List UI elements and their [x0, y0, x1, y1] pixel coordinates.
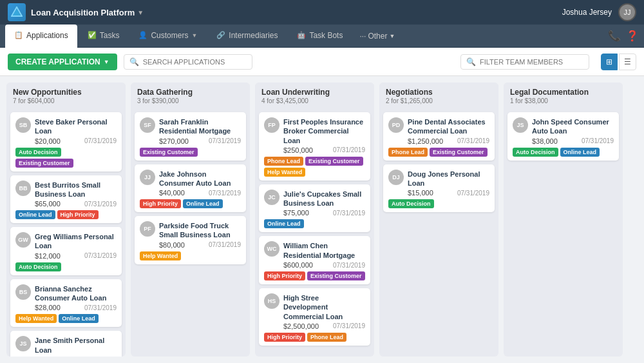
card-header: BB Best Burritos Small Business Loan $65…	[15, 181, 117, 208]
card-tag: Online Lead	[560, 148, 600, 157]
kanban-board: New Opportunities 7 for $604,000 SB Stev…	[0, 76, 644, 363]
card-name: Brianna Sanchez Consumer Auto Loan	[35, 284, 117, 303]
card-tags: High PriorityPhone Lead	[264, 333, 365, 342]
avatar: FP	[264, 117, 279, 133]
table-row[interactable]: BS Brianna Sanchez Consumer Auto Loan $2…	[10, 279, 122, 328]
table-row[interactable]: JC Julie's Cupcakes Small Business Loan …	[259, 184, 370, 233]
table-row[interactable]: DJ Doug Jones Personal Loan $15,000 07/3…	[383, 164, 495, 213]
grid-view-button[interactable]: ⊞	[601, 54, 618, 70]
table-row[interactable]: JJ Jake Johnson Consumer Auto Loan $40,0…	[135, 164, 246, 213]
card-tag: Auto Decision	[513, 148, 558, 157]
avatar: DJ	[388, 170, 404, 185]
tab-tasks-label: Tasks	[100, 31, 120, 40]
tab-other[interactable]: ··· Other ▼	[353, 32, 401, 41]
card-date: 07/31/2019	[457, 190, 489, 197]
card-header: HS High Stree Development Commercial Loa…	[264, 293, 365, 330]
filter-search-icon: 🔍	[466, 57, 476, 66]
table-row[interactable]: PD Pine Dental Associates Commercial Loa…	[383, 112, 495, 161]
customers-chevron-icon: ▼	[191, 32, 197, 39]
col-meta: 7 for $604,000	[13, 97, 119, 104]
card-amount: $40,000	[159, 189, 185, 197]
avatar: JS	[513, 117, 528, 133]
card-info: Greg Williams Personal Loan $12,000 07/3…	[35, 232, 117, 260]
card-amount-row: $15,000 07/31/2019	[408, 189, 489, 197]
card-name: Jake Johnson Consumer Auto Loan	[159, 170, 241, 188]
col-header-negotiations: Negotiations 2 for $1,265,000	[379, 83, 498, 110]
app-title[interactable]: Loan Acquisition Platform ▼	[31, 8, 144, 17]
card-tags: Online Lead	[264, 219, 365, 228]
col-header-data-gathering: Data Gathering 3 for $390,000	[131, 83, 250, 110]
avatar: HS	[264, 293, 279, 309]
card-date: 07/31/2019	[84, 356, 117, 357]
card-amount: $65,000	[35, 200, 61, 208]
tab-taskbots[interactable]: 🤖 Task Bots	[288, 25, 352, 48]
table-row[interactable]: WC William Chen Residential Mortgage $60…	[259, 236, 370, 284]
card-header: JS John Speed Consumer Auto Loan $38,000…	[513, 117, 614, 145]
avatar: BB	[15, 181, 31, 196]
view-toggle: ⊞ ☰	[601, 54, 636, 70]
column-loan-underwriting: Loan Underwriting 4 for $3,425,000 FP Fi…	[255, 83, 374, 357]
card-name: Steve Baker Personal Loan	[35, 117, 117, 136]
table-row[interactable]: HS High Stree Development Commercial Loa…	[259, 288, 370, 346]
card-info: First Peoples Insurance Broker Commercia…	[283, 117, 365, 154]
card-tag: High Priority	[264, 333, 305, 342]
list-view-button[interactable]: ☰	[619, 54, 636, 70]
app-title-chevron: ▼	[137, 9, 144, 16]
card-name: Best Burritos Small Business Loan	[35, 181, 117, 199]
card-name: Julie's Cupcakes Small Business Loan	[283, 190, 365, 208]
table-row[interactable]: JS John Speed Consumer Auto Loan $38,000…	[507, 112, 619, 161]
column-legal-documentation: Legal Documentation 1 for $38,000 JS Joh…	[504, 83, 623, 357]
card-name: Greg Williams Personal Loan	[35, 232, 117, 251]
col-meta: 1 for $38,000	[510, 97, 616, 104]
search-box: 🔍	[124, 54, 252, 70]
col-meta: 3 for $390,000	[137, 97, 243, 104]
card-info: Parkside Food Truck Small Business Loan …	[159, 221, 241, 249]
card-tags: Phone LeadExisting CustomerHelp Wanted	[264, 157, 365, 177]
card-amount-row: $75,000 07/31/2019	[283, 209, 365, 217]
card-name: Sarah Franklin Residential Mortgage	[159, 117, 241, 136]
card-amount-row: $20,000 07/31/2019	[35, 137, 117, 145]
col-cards-loan-underwriting: FP First Peoples Insurance Broker Commer…	[255, 110, 374, 357]
tab-customers[interactable]: 👤 Customers ▼	[129, 25, 206, 48]
create-application-button[interactable]: CREATE APPLICATION ▼	[8, 54, 117, 70]
table-row[interactable]: SB Steve Baker Personal Loan $20,000 07/…	[10, 112, 122, 172]
table-row[interactable]: SF Sarah Franklin Residential Mortgage $…	[135, 112, 246, 161]
card-date: 07/31/2019	[333, 146, 365, 153]
card-tag: Existing Customer	[430, 148, 488, 157]
phone-icon[interactable]: 📞	[608, 30, 621, 42]
card-date: 07/31/2019	[209, 190, 241, 197]
card-tags: High PriorityOnline Lead	[140, 199, 241, 208]
table-row[interactable]: PF Parkside Food Truck Small Business Lo…	[135, 216, 246, 264]
card-amount: $75,000	[283, 209, 309, 217]
card-amount: $600,000	[283, 261, 313, 269]
help-icon[interactable]: ❓	[626, 30, 639, 42]
card-tag: Help Wanted	[264, 168, 305, 177]
tasks-icon: ✅	[88, 31, 97, 39]
card-info: Pine Dental Associates Commercial Loan $…	[408, 117, 489, 145]
search-input[interactable]	[143, 58, 247, 66]
col-meta: 4 for $3,425,000	[261, 97, 368, 104]
card-tag: Phone Lead	[388, 148, 428, 157]
col-cards-data-gathering: SF Sarah Franklin Residential Mortgage $…	[131, 110, 250, 357]
col-title: New Opportunities	[13, 88, 119, 97]
table-row[interactable]: FP First Peoples Insurance Broker Commer…	[259, 112, 370, 181]
card-amount: $28,000	[35, 304, 61, 311]
card-date: 07/31/2019	[84, 304, 117, 311]
card-tag: Existing Customer	[140, 148, 198, 157]
card-amount: $12,000	[35, 252, 61, 260]
table-row[interactable]: BB Best Burritos Small Business Loan $65…	[10, 175, 122, 224]
app-logo	[8, 3, 26, 21]
tab-tasks[interactable]: ✅ Tasks	[79, 25, 129, 48]
tab-applications[interactable]: 📋 Applications	[5, 25, 77, 48]
card-info: Sarah Franklin Residential Mortgage $270…	[159, 117, 241, 145]
table-row[interactable]: GW Greg Williams Personal Loan $12,000 0…	[10, 227, 122, 275]
card-tag: High Priority	[57, 210, 99, 219]
filter-input[interactable]	[480, 58, 583, 66]
col-header-legal-documentation: Legal Documentation 1 for $38,000	[504, 83, 623, 110]
tab-intermediaries[interactable]: 🔗 Intermediaries	[207, 25, 287, 48]
card-amount: $80,000	[159, 241, 185, 249]
table-row[interactable]: JS Jane Smith Personal Loan $4,000 07/31…	[10, 331, 122, 357]
card-name: William Chen Residential Mortgage	[283, 241, 365, 260]
card-info: Brianna Sanchez Consumer Auto Loan $28,0…	[35, 284, 117, 312]
card-tag: Online Lead	[183, 199, 223, 208]
